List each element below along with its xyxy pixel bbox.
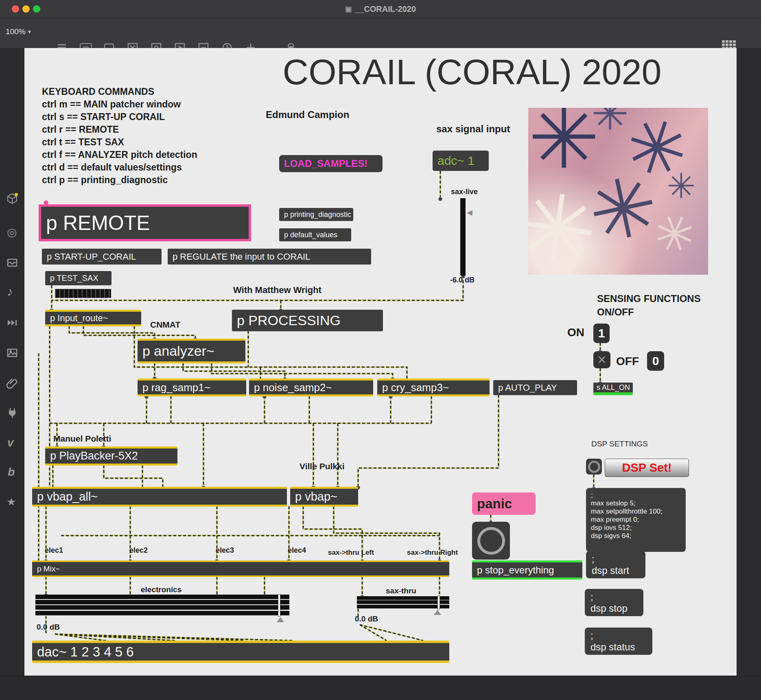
load-samples-button[interactable]: LOAD_SAMPLES! [279,155,383,172]
channel-label: elec4 [288,546,306,555]
channel-label: elec2 [129,546,148,555]
electronics-multislider[interactable] [35,595,289,616]
right-sidebar [737,48,761,676]
keyboard-command-line: ctrl r == REMOTE [42,123,197,136]
patcher-stop-everything[interactable]: p stop_everything [472,560,582,580]
on-label: ON [567,326,584,339]
patcher-mix[interactable]: p Mix~ [32,560,449,577]
electronics-pointer-triangle[interactable] [277,617,284,622]
patcher-analyzer[interactable]: p analyzer~ [138,339,245,363]
keyboard-command-line: ctrl m == MAIN patcher window [42,98,197,111]
channel-label: sax->thru Right [407,549,458,557]
coral-star: ✳ [647,204,703,264]
dsp-toggle[interactable] [586,459,602,475]
sax-thru-pointer-triangle[interactable] [434,610,441,615]
dsp-start-message[interactable]: ; dsp start [586,551,645,578]
patcher-remote[interactable]: p REMOTE [39,204,251,241]
dsp-status-semicolon: ; [590,630,593,641]
dsp-stop-message[interactable]: ; dsp stop [585,589,643,616]
dsp-settings-line: max preempt 0; [591,516,639,524]
caret-down-icon: ▾ [28,28,31,35]
zoom-control[interactable]: 100% ▾ [6,27,31,36]
dsp-settings-message[interactable]: ; max setslop 5; max setpollthrottle 100… [586,488,686,552]
manuel-poletti-label: Manuel Poletti [53,434,111,444]
dsp-status-label: dsp status [590,641,635,653]
dsp-start-label: dsp start [592,565,629,576]
dsp-settings-line: dsp iovs 512; [591,524,632,532]
electronics-label: electronics [141,585,182,594]
ville-pulkki-label: Ville Pulkki [300,462,345,471]
patcher-default-values[interactable]: p default_values [279,228,351,241]
patcher-rag-samp1[interactable]: p rag_samp1~ [138,378,246,396]
dac-object[interactable]: dac~ 1 2 3 4 5 6 [32,641,449,663]
dsp-start-semicolon: ; [592,553,595,565]
adc-object[interactable]: adc~ 1 [433,151,489,171]
keyboard-command-line: ctrl t == TEST SAX [42,136,197,149]
patcher-vbap[interactable]: p vbap~ [290,487,358,507]
dsp-stop-label: dsp stop [590,603,628,614]
dsp-settings-line: dsp sigvs 64; [591,532,631,540]
page-title: CORAIL (CORAL) 2020 [252,51,692,93]
sax-live-label: sax-live [451,188,478,196]
sensing-heading-2: ON/OFF [597,305,634,319]
window-title-wrap: ▣ __CORAIL-2020 [0,0,761,18]
matthew-wright-label: With Matthew Wright [233,285,321,295]
plug-icon[interactable] [6,407,18,419]
dsp-set-button[interactable]: DSP Set! [605,459,689,477]
send-all-on[interactable]: s ALL_ON [593,383,633,395]
db-value-left: 0.0 dB [37,623,60,632]
left-sidebar: ◎ ♪ v b ★ [0,48,24,676]
off-label: OFF [616,355,639,368]
patcher-printing-diagnostic[interactable]: p printing_diagnostic [279,208,353,221]
patcher-test-sax[interactable]: p TEST_SAX [45,271,112,285]
channel-label: elec3 [216,546,234,555]
max-patcher-window: ▣ __CORAIL-2020 100% ▾ m [0,0,761,700]
sequencer-icon[interactable] [6,317,18,329]
panic-button[interactable]: panic [472,492,536,515]
patcher-input-route[interactable]: p Input_route~ [45,310,141,326]
window-title: __CORAIL-2020 [355,4,416,14]
sensing-toggle[interactable]: × [593,351,610,368]
sensing-heading-1: SENSING FUNCTIONS [597,292,701,305]
patcher-startup-corail[interactable]: p START-UP_CORAIL [42,249,162,265]
dsp-settings-line: max setslop 5; [591,499,636,508]
patcher-doc-icon: ▣ [345,5,352,13]
slider-pointer-icon: ◀ [467,208,472,217]
package-cube-icon[interactable] [6,192,18,204]
dsp-status-message[interactable]: ; dsp status [585,628,652,655]
dsp-settings-heading: DSP SETTINGS [591,440,648,448]
cnmat-label: CNMAT [150,320,180,330]
target-icon[interactable]: ◎ [7,225,17,239]
patcher-playbacker[interactable]: p PlayBacker-5X2 [45,446,177,466]
bottom-toolbar [0,676,761,700]
dsp-settings-line: max setpollthrottle 100; [591,508,663,516]
bang-button[interactable] [472,522,510,560]
patcher-noise-samp2[interactable]: p noise_samp2~ [249,378,373,396]
channel-label: sax->thru Left [328,549,374,557]
dsp-settings-line: ; [591,491,593,499]
patcher-processing[interactable]: p PROCESSING [232,310,383,331]
sax-thru-multislider[interactable] [357,596,449,609]
top-toolbar: 100% ▾ m [0,18,761,48]
favorites-star-icon[interactable]: ★ [7,496,16,508]
sax-signal-input-label: sax signal input [436,123,510,135]
drawer-icon[interactable] [6,256,18,269]
db-value-right: 0.0 dB [355,615,378,623]
keyboard-commands-heading: KEYBOARD COMMANDS [42,85,197,98]
test-sax-multislider[interactable] [55,289,111,298]
image-icon[interactable] [6,347,18,359]
paperclip-icon[interactable] [6,377,18,389]
vimeo-icon[interactable]: v [7,436,14,449]
keyboard-command-line: ctrl f == ANALYZER pitch detection [42,149,197,161]
channel-label: elec1 [45,546,63,555]
patcher-vbap-all[interactable]: p vbap_all~ [32,487,287,507]
bandcamp-icon[interactable]: b [8,466,15,479]
patcher-auto-play[interactable]: p AUTO_PLAY [493,380,577,395]
coral-star: ✳ [528,178,603,275]
patcher-regulate-input[interactable]: p REGULATE the input to CORAIL [168,249,371,265]
on-number-box[interactable]: 1 [593,324,610,343]
sax-live-gain-slider[interactable] [460,198,466,276]
patcher-cry-samp3[interactable]: p cry_samp3~ [377,378,490,396]
music-note-icon[interactable]: ♪ [7,285,13,299]
off-number-box[interactable]: 0 [647,351,664,371]
